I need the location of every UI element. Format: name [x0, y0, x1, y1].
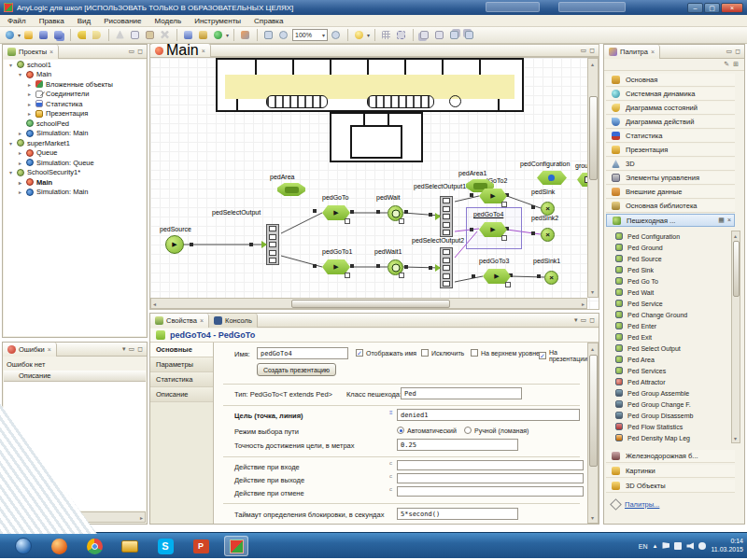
scroll-left-icon[interactable]: ◂ — [153, 301, 156, 307]
palette-item-ped-change-ground[interactable]: Ped Change Ground — [608, 309, 727, 320]
palette-item-ped-exit[interactable]: Ped Exit — [608, 331, 727, 343]
on-enter-input[interactable] — [397, 460, 584, 470]
menu-help[interactable]: Справка — [254, 17, 283, 25]
checkbox-show-name[interactable]: ✓Отображать имя — [356, 349, 416, 357]
palette-pin-icon[interactable]: ✎ — [724, 61, 729, 68]
skype-icon[interactable]: S — [153, 536, 177, 556]
node-pedSelectOutput[interactable] — [266, 224, 279, 265]
scroll-up-icon[interactable]: ▴ — [734, 232, 737, 239]
palette-section-pictures[interactable]: Картинки — [606, 465, 735, 478]
palette-item-ped-configuration[interactable]: Ped Configuration — [608, 231, 727, 242]
tab-palette[interactable]: Палитра × — [604, 45, 660, 59]
palette-item-ped-group-assemble[interactable]: Ped Group Assemble — [608, 387, 727, 399]
nav-description[interactable]: Описание — [150, 387, 213, 402]
palette-item-ped-sink[interactable]: Ped Sink — [608, 264, 727, 275]
zoom-level-combo[interactable]: 100% ▾ — [292, 29, 328, 41]
minimize-view-icon[interactable]: ▭ — [129, 345, 135, 353]
tab-errors[interactable]: Ошибки × — [3, 343, 57, 357]
menu-model[interactable]: Модель — [154, 17, 181, 25]
scroll-down-icon[interactable]: ▾ — [591, 514, 594, 521]
save-all-button[interactable] — [52, 29, 65, 42]
maximize-view-icon[interactable]: ◻ — [735, 48, 740, 55]
palette-item-ped-source[interactable]: Ped Source — [608, 253, 727, 264]
tree-item-simulation-main2[interactable]: ▸Simulation: Main — [4, 188, 146, 198]
tab-projects[interactable]: Проекты × — [3, 45, 59, 59]
scroll-right-icon[interactable]: ▸ — [582, 301, 585, 307]
debug-icon[interactable] — [239, 29, 252, 42]
close-icon[interactable]: × — [48, 346, 51, 353]
palette-section-presentation[interactable]: Презентация — [606, 144, 735, 157]
tree-item-embedded[interactable]: ▸Вложенные объекты — [4, 79, 146, 90]
copy-icon[interactable] — [129, 29, 142, 42]
maximize-view-icon[interactable]: ◻ — [137, 345, 143, 353]
palette-item-ped-select-output[interactable]: Ped Select Output — [608, 343, 727, 354]
node-pedSink1[interactable] — [544, 271, 558, 285]
palette-item-ped-density-map[interactable]: Ped Density Map Leg — [608, 432, 727, 443]
node-pedSink2[interactable] — [541, 228, 555, 242]
tree-item-statistics[interactable]: ▸Статистика — [4, 99, 146, 109]
bring-front-icon[interactable] — [448, 29, 461, 42]
palette-section-process-library[interactable]: Основная библиотека — [606, 200, 735, 213]
minimize-view-icon[interactable]: ▭ — [726, 48, 733, 55]
scroll-down-icon[interactable]: ▾ — [591, 288, 594, 295]
palette-item-ped-services[interactable]: Ped Services — [608, 365, 727, 376]
tree-item-supermarket1[interactable]: ▾superMarket1 — [4, 138, 146, 148]
palette-item-ped-group-disassemble[interactable]: Ped Group Disassemb — [608, 410, 727, 421]
language-indicator[interactable]: EN — [639, 543, 648, 550]
tree-item-simulation-main[interactable]: ▸Simulation: Main — [4, 129, 146, 139]
lamp-icon[interactable] — [353, 29, 366, 42]
save-button[interactable] — [37, 29, 50, 42]
properties-pin-icon[interactable]: ▾ — [574, 316, 578, 324]
palette-item-ped-service[interactable]: Ped Service — [608, 298, 727, 309]
errors-column-header[interactable]: Описание — [4, 371, 146, 382]
node-pedSelectOutput2[interactable] — [440, 247, 453, 288]
cut-icon[interactable] — [114, 29, 127, 42]
menu-draw[interactable]: Рисование — [104, 17, 141, 25]
explorer-icon[interactable] — [118, 536, 142, 556]
minimize-button[interactable]: – — [687, 3, 703, 13]
maximize-view-icon[interactable]: ◻ — [589, 316, 595, 324]
errors-filter-icon[interactable]: ▾ — [122, 345, 126, 353]
node-pedSink[interactable] — [541, 202, 555, 216]
ungroup-icon[interactable] — [433, 29, 446, 42]
palettes-link[interactable]: Палитры... — [625, 500, 659, 509]
menu-view[interactable]: Вид — [78, 17, 91, 25]
palette-vscrollbar[interactable]: ▴ ▾ — [731, 231, 740, 443]
grid-icon[interactable] — [380, 29, 393, 42]
tray-expand-icon[interactable]: ▲ — [653, 543, 658, 549]
menu-tools[interactable]: Инструменты — [194, 17, 241, 25]
goal-input[interactable] — [397, 409, 580, 421]
minimize-view-icon[interactable]: ▭ — [581, 316, 587, 324]
snap-icon[interactable] — [395, 29, 408, 42]
accuracy-input[interactable] — [397, 439, 518, 451]
tree-item-school1[interactable]: ▾school1 — [4, 60, 146, 70]
on-cancel-input[interactable] — [397, 486, 584, 497]
chrome-icon[interactable] — [82, 536, 106, 556]
timeout-input[interactable] — [397, 508, 518, 520]
palette-item-ped-flow-statistics[interactable]: Ped Flow Statistics — [608, 421, 727, 432]
tab-console[interactable]: Консоль — [209, 314, 258, 328]
palette-item-ped-attractor[interactable]: Ped Attractor — [608, 376, 727, 387]
redo-button[interactable] — [91, 29, 104, 42]
minimize-view-icon[interactable]: ▭ — [129, 48, 135, 55]
tree-item-main[interactable]: ▾Main — [4, 70, 146, 80]
section-expand-icon[interactable]: ▦ — [718, 217, 725, 224]
nav-general[interactable]: Основные — [150, 343, 213, 357]
build-button[interactable] — [182, 29, 195, 42]
checkbox-on-presentation[interactable]: ✓На презентации — [539, 349, 587, 362]
zoom-out-icon[interactable] — [277, 29, 290, 42]
minimize-view-icon[interactable]: ▭ — [581, 47, 587, 54]
scroll-up-icon[interactable]: ▴ — [591, 345, 594, 352]
palette-section-statistics[interactable]: Статистика — [606, 130, 735, 143]
ped-class-input[interactable] — [401, 387, 522, 399]
nav-statistics[interactable]: Статистика — [150, 372, 213, 387]
tree-item-connectors[interactable]: ▸Соединители — [4, 90, 146, 100]
display-icon[interactable] — [674, 542, 682, 550]
undo-button[interactable] — [76, 29, 89, 42]
palette-add-icon[interactable]: ⊞ — [733, 61, 739, 68]
zoom-in-icon[interactable] — [330, 29, 343, 42]
palette-section-pedestrian-selected[interactable]: Пешеходная ... ▦ × — [606, 214, 735, 227]
maximize-view-icon[interactable]: ◻ — [589, 47, 595, 54]
palette-section-3d[interactable]: 3D — [606, 158, 735, 171]
build-all-button[interactable] — [197, 29, 210, 42]
